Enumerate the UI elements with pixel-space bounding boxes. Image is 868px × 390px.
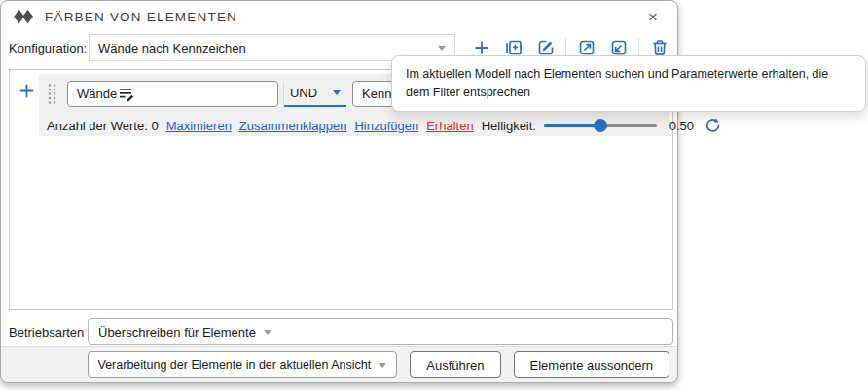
configuration-value: Wände nach Kennzeichen (98, 41, 430, 55)
toolbar-separator (565, 38, 566, 57)
app-logo-icon (13, 8, 36, 25)
modes-combobox[interactable]: Überschreiben für Elemente (88, 318, 673, 345)
link-erhalten[interactable]: Erhalten (426, 119, 473, 133)
operator-value: UND (290, 86, 317, 100)
chevron-down-icon (264, 330, 271, 335)
chevron-down-icon (379, 363, 386, 368)
tooltip: Im aktuellen Modell nach Elementen suche… (391, 55, 866, 112)
link-zusammenklappen[interactable]: Zusammenklappen (239, 119, 347, 133)
category-combobox[interactable]: Wände (67, 81, 278, 107)
slider-thumb[interactable] (594, 119, 607, 132)
run-button-label: Ausführen (426, 358, 484, 372)
scope-dropdown[interactable]: Verarbeitung der Elemente in der aktuell… (88, 351, 398, 378)
add-filter-button[interactable] (15, 79, 38, 102)
drag-handle-icon[interactable] (47, 83, 57, 105)
slider-fill (544, 124, 600, 127)
link-hinzufuegen[interactable]: Hinzufügen (354, 119, 418, 133)
run-button[interactable]: Ausführen (410, 351, 500, 378)
filter-values-row: Anzahl der Werte: 0 Maximieren Zusammenk… (47, 116, 665, 135)
brightness-value: 0.50 (665, 119, 694, 133)
isolate-elements-button[interactable]: Elemente aussondern (514, 351, 669, 378)
value-count-label: Anzahl der Werte: 0 (47, 119, 159, 133)
chevron-down-icon (333, 90, 341, 95)
isolate-elements-label: Elemente aussondern (530, 358, 653, 372)
modes-value: Überschreiben für Elemente (98, 325, 256, 339)
brightness-label: Helligkeit: (482, 119, 536, 133)
modes-label: Betriebsarten (9, 325, 88, 339)
toolbar-separator (638, 38, 639, 57)
footer-bar: Verarbeitung der Elemente in der aktuell… (1, 346, 677, 382)
operator-dropdown[interactable]: UND (284, 81, 346, 107)
brightness-slider[interactable] (544, 118, 657, 133)
refresh-icon[interactable] (704, 116, 722, 136)
scope-value: Verarbeitung der Elemente in der aktuell… (98, 358, 372, 372)
window-title: FÄRBEN VON ELEMENTEN (45, 10, 237, 24)
modes-row: Betriebsarten Überschreiben für Elemente (9, 318, 673, 345)
category-value: Wände (77, 87, 117, 101)
screen: FÄRBEN VON ELEMENTEN × Konfiguration: Wä… (0, 0, 868, 390)
title-bar: FÄRBEN VON ELEMENTEN × (1, 1, 677, 32)
value-count: 0 (151, 119, 158, 133)
close-icon[interactable]: × (640, 7, 666, 27)
configuration-label: Konfiguration: (9, 41, 89, 55)
chevron-down-icon (438, 46, 446, 51)
tooltip-text: Im aktuellen Modell nach Elementen suche… (406, 67, 828, 99)
list-edit-icon (117, 85, 135, 103)
link-maximieren[interactable]: Maximieren (166, 119, 232, 133)
